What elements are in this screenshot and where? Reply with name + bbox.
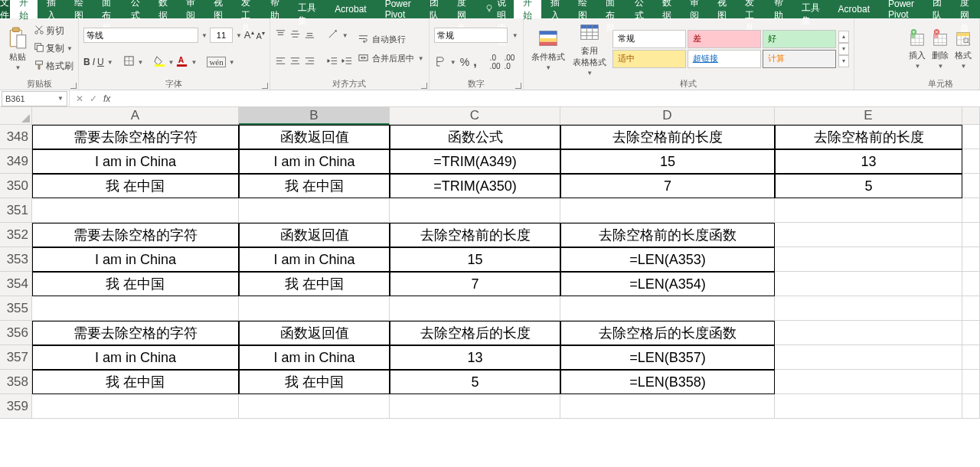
ribbon-tab-11[interactable]: Acrobat	[829, 0, 879, 18]
decrease-decimal-icon[interactable]: .00.0	[505, 54, 515, 70]
row-header-356[interactable]: 356	[0, 321, 32, 345]
row-header-359[interactable]: 359	[0, 394, 32, 419]
cell-D356[interactable]: 去除空格后的长度函数	[560, 321, 775, 345]
ribbon-tab-12[interactable]: Power Pivot	[879, 0, 923, 18]
cell-style-1[interactable]: 差	[688, 30, 761, 48]
cell-B357[interactable]: I am in China	[239, 345, 390, 370]
cell-C348[interactable]: 函数公式	[390, 125, 560, 149]
cell-A358[interactable]: 我 在中国	[32, 370, 239, 394]
cell-A348[interactable]: 需要去除空格的字符	[32, 125, 239, 149]
borders-button[interactable]	[123, 55, 135, 69]
ribbon-tab-0[interactable]: 开始	[514, 0, 541, 18]
row-header-357[interactable]: 357	[0, 345, 32, 370]
italic-button[interactable]: I	[93, 57, 95, 67]
align-bottom-icon[interactable]	[304, 28, 315, 42]
cell-D348[interactable]: 去除空格前的长度	[560, 125, 775, 149]
cell-tail-349[interactable]	[962, 149, 980, 174]
ribbon-tab-3[interactable]: 页面布局	[596, 0, 626, 18]
orientation-icon[interactable]	[327, 28, 338, 42]
row-header-352[interactable]: 352	[0, 223, 32, 247]
row-header-358[interactable]: 358	[0, 370, 32, 394]
cell-E351[interactable]	[775, 198, 962, 223]
worksheet-grid[interactable]: ABCDE 348需要去除空格的字符函数返回值函数公式去除空格前的长度去除空格前…	[0, 107, 980, 419]
decrease-font-icon[interactable]: A▾	[256, 30, 265, 41]
cell-E358[interactable]	[775, 370, 962, 394]
cell-C352[interactable]: 去除空格前的长度	[390, 223, 560, 247]
column-header-E[interactable]: E	[775, 107, 962, 125]
format-cells-button[interactable]: 格式▼	[952, 28, 975, 70]
row-header-348[interactable]: 348	[0, 125, 32, 149]
cell-A350[interactable]: 我 在中国	[32, 174, 239, 198]
cell-E348[interactable]: 去除空格前的长度	[775, 125, 962, 149]
cell-A353[interactable]: I am in China	[32, 247, 239, 272]
column-header-D[interactable]: D	[560, 107, 775, 125]
ribbon-tab-13[interactable]: 团队	[923, 0, 951, 18]
underline-button[interactable]: U	[97, 57, 104, 67]
gallery-up-icon[interactable]: ▴	[838, 31, 849, 43]
cell-A355[interactable]	[32, 296, 239, 321]
copy-button[interactable]: 复制▼	[34, 41, 74, 57]
align-top-icon[interactable]	[275, 28, 286, 42]
cell-B351[interactable]	[239, 198, 390, 223]
wrap-text-button[interactable]: 自动换行	[358, 31, 424, 47]
cell-tail-354[interactable]	[962, 272, 980, 296]
cell-B352[interactable]: 函数返回值	[239, 223, 390, 247]
tell-me[interactable]: 操作说明搜索	[477, 0, 514, 18]
ribbon-tab-2[interactable]: 绘图	[65, 0, 93, 18]
ribbon-tab-7[interactable]: 视图	[204, 0, 232, 18]
row-header-351[interactable]: 351	[0, 198, 32, 223]
cell-style-0[interactable]: 常规	[612, 30, 686, 48]
file-tab[interactable]: 文件	[0, 0, 10, 18]
row-header-354[interactable]: 354	[0, 272, 32, 296]
cell-E359[interactable]	[775, 394, 962, 419]
conditional-format-button[interactable]: 条件格式▼	[528, 21, 568, 77]
column-header-B[interactable]: B	[239, 107, 390, 125]
chevron-down-icon[interactable]: ▼	[236, 32, 242, 39]
row-header-349[interactable]: 349	[0, 149, 32, 174]
cell-C354[interactable]: 7	[390, 272, 560, 296]
merge-center-button[interactable]: 合并后居中▼	[358, 50, 424, 67]
ribbon-tab-1[interactable]: 插入	[38, 0, 65, 18]
ribbon-tab-6[interactable]: 审阅	[177, 0, 204, 18]
cell-tail-358[interactable]	[962, 370, 980, 394]
cell-C351[interactable]	[390, 198, 560, 223]
ribbon-tab-12[interactable]: Power Pivot	[376, 0, 420, 18]
ribbon-tab-13[interactable]: 团队	[420, 0, 448, 18]
cell-C355[interactable]	[390, 296, 560, 321]
cell-C357[interactable]: 13	[390, 345, 560, 370]
cell-E354[interactable]	[775, 272, 962, 296]
row-header-355[interactable]: 355	[0, 296, 32, 321]
cell-D353[interactable]: =LEN(A353)	[560, 247, 775, 272]
cell-style-3[interactable]: 适中	[612, 50, 686, 68]
align-left-icon[interactable]	[275, 55, 286, 69]
cell-E350[interactable]: 5	[775, 174, 962, 198]
ribbon-tab-0[interactable]: 开始	[10, 0, 38, 18]
cell-tail-355[interactable]	[962, 296, 980, 321]
cell-E356[interactable]	[775, 321, 962, 345]
cell-A356[interactable]: 需要去除空格的字符	[32, 321, 239, 345]
font-size-combo[interactable]	[210, 28, 233, 43]
column-header-A[interactable]: A	[32, 107, 239, 125]
cell-D349[interactable]: 15	[560, 149, 775, 174]
column-header-next[interactable]	[962, 107, 980, 125]
cell-A354[interactable]: 我 在中国	[32, 272, 239, 296]
ribbon-tab-5[interactable]: 数据	[653, 0, 681, 18]
align-right-icon[interactable]	[304, 55, 315, 69]
cell-E355[interactable]	[775, 296, 962, 321]
format-painter-button[interactable]: 格式刷	[34, 58, 74, 75]
ribbon-tab-10[interactable]: PDF工具集	[289, 0, 325, 18]
cell-A349[interactable]: I am in China	[32, 149, 239, 174]
cell-B348[interactable]: 函数返回值	[239, 125, 390, 149]
gallery-more-icon[interactable]: ▾	[838, 55, 849, 67]
fill-color-button[interactable]	[154, 55, 165, 69]
ribbon-tab-1[interactable]: 插入	[541, 0, 569, 18]
cell-D351[interactable]	[560, 198, 775, 223]
insert-cells-button[interactable]: 插入▼	[906, 28, 929, 70]
ribbon-tab-9[interactable]: 帮助	[765, 0, 792, 18]
row-header-350[interactable]: 350	[0, 174, 32, 198]
ribbon-tab-14[interactable]: 百度网盘	[951, 0, 980, 18]
increase-decimal-icon[interactable]: .0.00	[490, 54, 501, 70]
cell-B355[interactable]	[239, 296, 390, 321]
cell-D357[interactable]: =LEN(B357)	[560, 345, 775, 370]
chevron-down-icon[interactable]: ▼	[201, 32, 207, 39]
